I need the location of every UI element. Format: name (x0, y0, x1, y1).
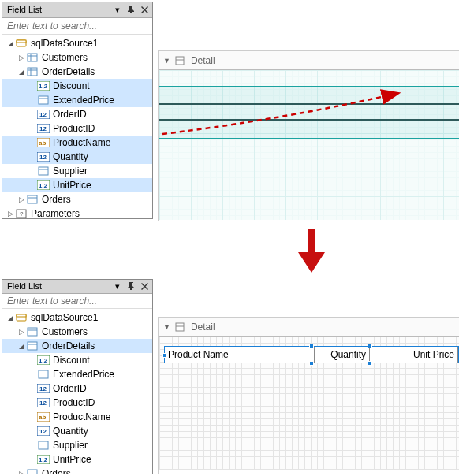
expand-closed-icon[interactable]: ▷ (17, 195, 26, 203)
field-node-extendedprice[interactable]: ·ExtendedPrice (2, 367, 152, 381)
window-dropdown-icon[interactable]: ▾ (111, 4, 124, 15)
table-icon (26, 66, 39, 77)
report-designer-surface[interactable]: ▼ Detail Product Name Quantity Unit Pric… (158, 317, 459, 474)
field-label: Quantity (51, 426, 88, 437)
detail-band-header[interactable]: ▼ Detail (159, 51, 459, 70)
field-node-productname[interactable]: · ab ProductName (2, 136, 152, 150)
datasource-label: sqlDataSource1 (29, 38, 98, 49)
table-label: Customers (40, 326, 88, 337)
svg-text:12: 12 (39, 385, 47, 392)
cell-product-name[interactable]: Product Name (165, 347, 315, 363)
field-node-discount[interactable]: ·1,2Discount (2, 353, 152, 367)
panel-titlebar: Field List ▾ (2, 280, 152, 294)
field-tree: ◢ sqlDataSource1 ▷ Customers ◢ OrderDeta… (2, 35, 152, 218)
svg-text:1,2: 1,2 (39, 182, 48, 189)
search-box (2, 18, 152, 35)
ruler-line (159, 119, 459, 121)
svg-rect-10 (39, 96, 48, 104)
svg-text:12: 12 (39, 428, 47, 435)
expand-closed-icon[interactable]: ▷ (6, 210, 15, 218)
table-node-orderdetails[interactable]: ◢ OrderDetails (2, 65, 152, 79)
search-input[interactable] (2, 18, 152, 35)
resize-handle[interactable] (309, 344, 314, 348)
ruler-line (159, 103, 459, 105)
search-input[interactable] (2, 294, 152, 308)
table-node-orders[interactable]: ▷ Orders (2, 192, 152, 206)
field-node-productname[interactable]: ·abProductName (2, 410, 152, 424)
expand-open-icon[interactable]: ◢ (6, 39, 15, 47)
cell-quantity[interactable]: Quantity (315, 347, 370, 363)
panel-titlebar: Field List ▾ (2, 2, 152, 18)
field-node-unitprice[interactable]: · 1,2 UnitPrice (2, 178, 152, 192)
int-field-icon: 12 (37, 123, 50, 134)
field-label: Discount (51, 355, 90, 366)
detail-band-header[interactable]: ▼ Detail (159, 318, 459, 337)
field-list-panel: Field List ▾ ◢ sqlDataSource1 ▷ Customer… (2, 279, 153, 474)
table-node-customers[interactable]: ▷ Customers (2, 325, 152, 339)
resize-handle[interactable] (162, 353, 167, 358)
field-node-productid[interactable]: ·12ProductID (2, 396, 152, 410)
field-node-supplier[interactable]: ·Supplier (2, 438, 152, 452)
svg-text:12: 12 (39, 154, 47, 161)
field-node-supplier[interactable]: · Supplier (2, 164, 152, 178)
expand-closed-icon[interactable]: ▷ (17, 54, 26, 61)
expand-open-icon[interactable]: ◢ (17, 342, 26, 350)
expand-open-icon[interactable]: ◢ (17, 68, 26, 76)
datasource-label: sqlDataSource1 (29, 312, 98, 323)
svg-rect-34 (28, 342, 37, 350)
field-node-orderid[interactable]: ·12OrderID (2, 381, 152, 396)
expand-closed-icon[interactable]: ▷ (17, 470, 26, 474)
table-node-orders[interactable]: ▷Orders (2, 467, 152, 474)
pin-icon[interactable] (125, 4, 137, 15)
field-node-productid[interactable]: · 12 ProductID (2, 121, 152, 136)
field-label: Discount (51, 80, 90, 91)
decimal-field-icon: 1,2 (37, 180, 50, 191)
int-field-icon: 12 (37, 151, 50, 162)
parameters-label: Parameters (29, 208, 80, 218)
resize-handle[interactable] (368, 361, 372, 366)
close-icon[interactable] (138, 281, 151, 292)
field-label: Quantity (51, 151, 88, 162)
database-icon (15, 312, 28, 323)
database-icon (15, 38, 28, 49)
pin-icon[interactable] (125, 281, 137, 292)
svg-text:ab: ab (39, 414, 46, 421)
svg-rect-47 (39, 441, 48, 449)
table-node-customers[interactable]: ▷ Customers (2, 50, 152, 65)
datasource-node[interactable]: ◢ sqlDataSource1 (2, 36, 152, 50)
table-node-orderdetails[interactable]: ◢ OrderDetails (2, 339, 152, 353)
cell-unit-price[interactable]: Unit Price (370, 347, 458, 363)
svg-rect-31 (17, 314, 26, 317)
resize-handle[interactable] (368, 344, 372, 348)
detail-band-body[interactable]: Product Name Quantity Unit Price (159, 337, 459, 470)
result-table-row[interactable]: Product Name Quantity Unit Price (164, 346, 459, 363)
field-node-extendedprice[interactable]: · ExtendedPrice (2, 93, 152, 107)
table-icon (26, 194, 39, 205)
field-label: UnitPrice (51, 454, 91, 465)
expand-closed-icon[interactable]: ▷ (17, 328, 26, 336)
table-icon (26, 326, 39, 337)
collapse-icon[interactable]: ▼ (163, 323, 170, 331)
datasource-node[interactable]: ◢ sqlDataSource1 (2, 311, 152, 325)
field-node-quantity[interactable]: · 12 Quantity (2, 150, 152, 164)
parameters-node[interactable]: ▷ ? Parameters (2, 206, 152, 218)
resize-handle[interactable] (309, 361, 314, 366)
collapse-icon[interactable]: ▼ (163, 57, 170, 65)
expand-open-icon[interactable]: ◢ (6, 314, 15, 322)
svg-text:1,2: 1,2 (39, 357, 48, 364)
detail-band-body[interactable] (159, 70, 459, 220)
field-node-orderid[interactable]: · 12 OrderID (2, 107, 152, 121)
cell-label: Product Name (168, 349, 229, 360)
panel-title-text: Field List (7, 281, 110, 291)
window-dropdown-icon[interactable]: ▾ (111, 281, 124, 292)
table-label: OrderDetails (40, 66, 95, 77)
table-icon (37, 440, 50, 451)
field-node-discount[interactable]: · 1,2 Discount (2, 79, 152, 93)
cell-label: Quantity (330, 349, 366, 360)
search-box (2, 294, 152, 309)
field-node-quantity[interactable]: ·12Quantity (2, 424, 152, 438)
field-node-unitprice[interactable]: ·1,2UnitPrice (2, 452, 152, 467)
field-label: ProductName (51, 137, 110, 148)
report-designer-surface[interactable]: ▼ Detail (158, 50, 459, 221)
close-icon[interactable] (138, 4, 151, 15)
